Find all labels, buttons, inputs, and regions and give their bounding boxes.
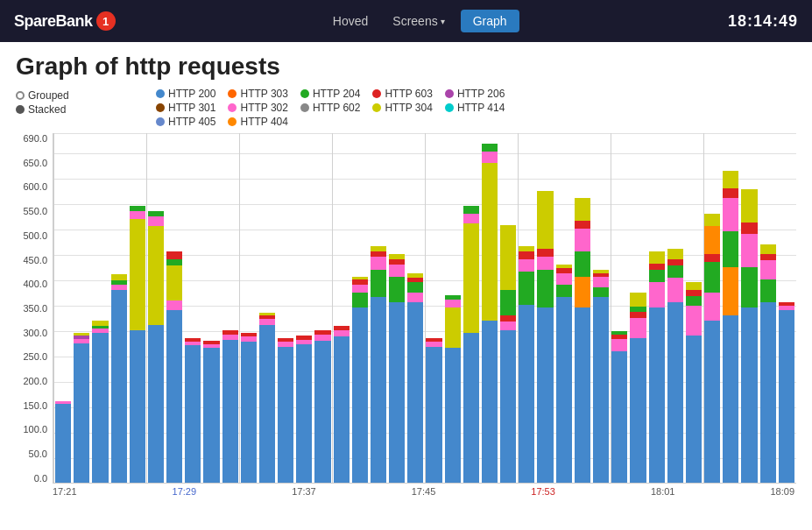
http414-dot bbox=[445, 103, 454, 112]
bar-segment bbox=[723, 267, 738, 315]
legend-http405: HTTP 405 bbox=[156, 116, 215, 128]
bar-group bbox=[537, 191, 553, 483]
bar-segment bbox=[630, 338, 646, 483]
bar-segment bbox=[667, 265, 683, 278]
bar-segment bbox=[166, 259, 182, 265]
legend-http200: HTTP 200 bbox=[156, 88, 215, 100]
http200-label: HTTP 200 bbox=[168, 88, 215, 100]
http404-dot bbox=[228, 117, 237, 126]
bar-segment bbox=[130, 211, 145, 219]
x-label: 17:53 bbox=[531, 486, 555, 497]
bar-segment bbox=[575, 277, 590, 307]
y-label: 250.0 bbox=[23, 351, 47, 362]
legend-http414: HTTP 414 bbox=[445, 102, 505, 114]
legend-stacked[interactable]: Stacked bbox=[16, 103, 156, 116]
bar-group bbox=[741, 189, 757, 483]
bar-segment bbox=[482, 152, 498, 163]
y-axis: 690.0650.0600.0550.0500.0450.0400.0350.0… bbox=[16, 133, 53, 484]
http302-dot bbox=[228, 103, 237, 112]
bar-group bbox=[111, 274, 127, 483]
bar-segment bbox=[482, 144, 498, 152]
bar-segment bbox=[723, 231, 738, 267]
http200-dot bbox=[156, 89, 165, 98]
clock: 18:14:49 bbox=[728, 12, 798, 31]
legend-http204: HTTP 204 bbox=[300, 88, 360, 100]
bar-group bbox=[334, 326, 350, 483]
bar-segment bbox=[500, 322, 516, 330]
grouped-label: Grouped bbox=[28, 89, 69, 102]
bar-segment bbox=[556, 297, 572, 483]
bar-group bbox=[445, 295, 461, 483]
content: Graph of http requests Grouped Stacked H… bbox=[0, 42, 812, 505]
bar-segment bbox=[649, 264, 665, 270]
legend-series: HTTP 200 HTTP 303 HTTP 204 HTTP 603 HTTP… bbox=[156, 88, 796, 128]
legend-type-controls: Grouped Stacked bbox=[16, 88, 156, 116]
bar-segment bbox=[407, 302, 423, 483]
header: SpareBank 1 Hoved Screens Graph 18:14:49 bbox=[0, 0, 812, 42]
bars-area bbox=[53, 133, 796, 484]
x-label: 17:21 bbox=[53, 486, 77, 497]
bar-segment bbox=[371, 297, 386, 483]
y-label: 550.0 bbox=[23, 206, 47, 216]
bar-segment bbox=[482, 321, 498, 484]
logo-area: SpareBank 1 bbox=[14, 11, 116, 31]
bar-group bbox=[593, 270, 609, 483]
bar-segment bbox=[130, 219, 145, 331]
bar-segment bbox=[593, 277, 609, 287]
legend-row-2: HTTP 301 HTTP 302 HTTP 602 HTTP 304 HTTP… bbox=[156, 102, 796, 114]
y-label: 300.0 bbox=[23, 328, 47, 338]
bar-segment bbox=[649, 282, 665, 307]
bar-segment bbox=[445, 348, 461, 483]
http302-label: HTTP 302 bbox=[240, 102, 287, 114]
bar-segment bbox=[630, 312, 646, 318]
bar-segment bbox=[352, 293, 368, 307]
bar-group bbox=[222, 330, 238, 483]
nav-hoved[interactable]: Hoved bbox=[324, 11, 377, 32]
bar-segment bbox=[148, 226, 164, 325]
bar-segment bbox=[463, 206, 479, 214]
y-label: 100.0 bbox=[23, 424, 47, 435]
nav-graph[interactable]: Graph bbox=[461, 10, 519, 32]
bar-group bbox=[389, 254, 405, 483]
bar-group bbox=[371, 246, 386, 483]
bar-segment bbox=[203, 348, 219, 483]
bar-segment bbox=[519, 251, 534, 259]
bar-segment bbox=[111, 290, 127, 483]
bar-segment bbox=[741, 223, 757, 234]
bar-segment bbox=[593, 297, 609, 483]
bar-segment bbox=[352, 307, 368, 483]
bar-segment bbox=[500, 315, 516, 322]
bar-segment bbox=[741, 267, 757, 307]
bar-group bbox=[185, 338, 201, 483]
v-gridline bbox=[146, 133, 147, 483]
bar-segment bbox=[74, 343, 89, 483]
bar-segment bbox=[278, 347, 293, 483]
y-label: 690.0 bbox=[23, 133, 47, 144]
bar-group bbox=[630, 293, 646, 483]
stacked-label: Stacked bbox=[28, 103, 66, 116]
nav-screens[interactable]: Screens bbox=[384, 11, 453, 32]
x-label: 17:29 bbox=[173, 486, 197, 497]
bar-segment bbox=[111, 274, 127, 280]
bar-segment bbox=[704, 214, 720, 226]
bar-segment bbox=[575, 229, 590, 251]
bar-segment bbox=[445, 307, 461, 348]
http204-label: HTTP 204 bbox=[313, 88, 360, 100]
bar-group bbox=[74, 333, 89, 483]
http304-label: HTTP 304 bbox=[385, 102, 432, 114]
bar-group bbox=[166, 251, 182, 483]
http206-label: HTTP 206 bbox=[457, 88, 505, 100]
bar-segment bbox=[426, 347, 441, 483]
bar-group bbox=[278, 338, 293, 483]
bar-segment bbox=[500, 225, 516, 290]
bar-segment bbox=[166, 265, 182, 301]
bar-segment bbox=[537, 270, 553, 307]
bar-segment bbox=[760, 302, 776, 483]
bar-group bbox=[500, 225, 516, 483]
bar-segment bbox=[704, 226, 720, 254]
bar-segment bbox=[519, 259, 534, 272]
legend-http303: HTTP 303 bbox=[228, 88, 287, 100]
bar-segment bbox=[779, 310, 794, 483]
legend-grouped[interactable]: Grouped bbox=[16, 89, 156, 102]
bar-segment bbox=[556, 285, 572, 297]
